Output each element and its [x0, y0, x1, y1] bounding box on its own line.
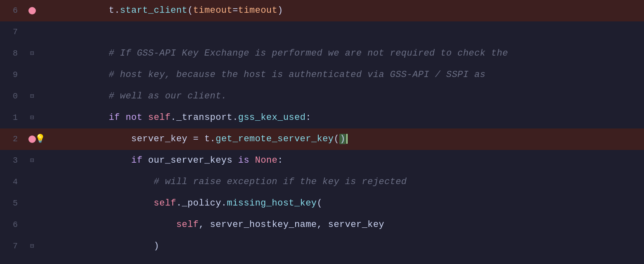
fold-icon-11[interactable]: ⊟ — [23, 107, 41, 128]
line-number-12: 2 — [0, 128, 23, 150]
code-text-16: self, server_hostkey_name, server_key — [41, 214, 384, 236]
code-text-8: # If GSS-API Key Exchange is performed w… — [41, 43, 508, 64]
breakpoint-6[interactable] — [23, 7, 41, 14]
code-line-8: 8 ⊟ # If GSS-API Key Exchange is perform… — [0, 43, 644, 64]
fold-icon-8[interactable]: ⊟ — [23, 43, 41, 64]
fold-icon-13[interactable]: ⊟ — [23, 150, 41, 171]
line-number-16: 6 — [0, 214, 23, 236]
code-text-9: # host key, because the host is authenti… — [41, 64, 486, 86]
code-text-12: server_key = t.get_remote_server_key() — [41, 128, 348, 150]
code-editor: 6 t.start_client(timeout=timeout) 7 8 ⊟ … — [0, 0, 644, 264]
code-text-11: if not self._transport.gss_kex_used: — [41, 107, 311, 128]
code-text-13: if our_server_keys is None: — [41, 150, 283, 171]
fold-icon-17[interactable]: ⊟ — [23, 236, 41, 257]
breakpoint-dot[interactable] — [28, 7, 36, 14]
line-number-17: 7 — [0, 236, 23, 257]
line-number-8: 8 — [0, 43, 23, 64]
lightbulb-icon-12[interactable]: 💡 — [35, 128, 45, 150]
fold-arrow-10[interactable]: ⊟ — [30, 86, 34, 107]
line-number-15: 5 — [0, 193, 23, 214]
fold-icon-10[interactable]: ⊟ — [23, 86, 41, 107]
fold-arrow-13[interactable]: ⊟ — [30, 150, 34, 171]
code-line-7: 7 — [0, 21, 644, 43]
breakpoint-lightbulb-12[interactable]: 💡 — [23, 136, 41, 143]
line-number-7: 7 — [0, 21, 23, 43]
code-line-17: 7 ⊟ ) — [0, 236, 644, 257]
line-number-14: 4 — [0, 171, 23, 193]
line-number-11: 1 — [0, 107, 23, 128]
code-text-15: self._policy.missing_host_key( — [41, 193, 322, 214]
code-line-15: 5 self._policy.missing_host_key( — [0, 193, 644, 214]
fold-arrow-11[interactable]: ⊟ — [30, 107, 34, 128]
line-number-6: 6 — [0, 0, 23, 21]
code-line-16: 6 self, server_hostkey_name, server_key — [0, 214, 644, 236]
code-text-17: ) — [41, 236, 160, 257]
code-line-12: 2 💡 server_key = t.get_remote_server_key… — [0, 128, 644, 150]
code-text-14: # will raise exception if the key is rej… — [41, 171, 407, 193]
code-line-9: 9 # host key, because the host is authen… — [0, 64, 644, 86]
code-line-14: 4 # will raise exception if the key is r… — [0, 171, 644, 193]
breakpoint-dot-12[interactable] — [28, 136, 36, 143]
fold-arrow-8[interactable]: ⊟ — [30, 43, 34, 64]
code-line-13: 3 ⊟ if our_server_keys is None: — [0, 150, 644, 171]
code-line-6: 6 t.start_client(timeout=timeout) — [0, 0, 644, 21]
fold-arrow-17[interactable]: ⊟ — [30, 236, 34, 257]
line-number-13: 3 — [0, 150, 23, 171]
line-number-9: 9 — [0, 64, 23, 86]
code-text-10: # well as our client. — [41, 86, 227, 107]
code-line-11: 1 ⊟ if not self._transport.gss_kex_used: — [0, 107, 644, 128]
code-line-10: 0 ⊟ # well as our client. — [0, 86, 644, 107]
line-number-10: 0 — [0, 86, 23, 107]
code-text-6: t.start_client(timeout=timeout) — [41, 0, 283, 21]
